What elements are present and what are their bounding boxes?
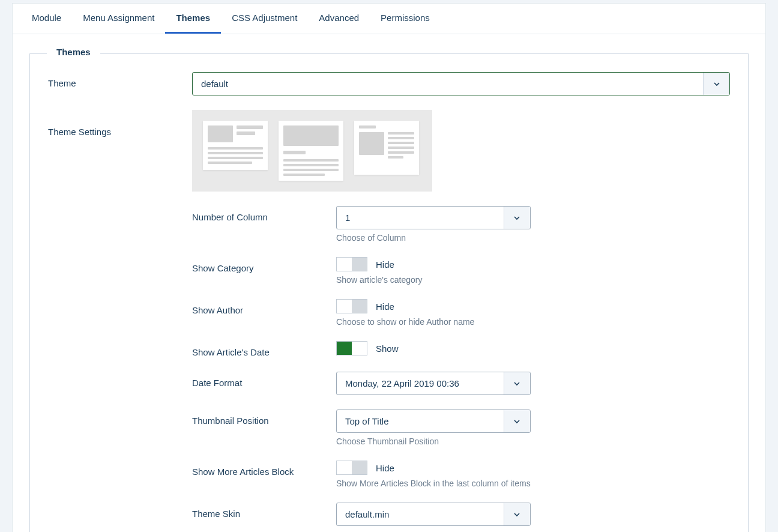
show-category-toggle[interactable] bbox=[336, 257, 367, 271]
chevron-down-icon bbox=[504, 372, 530, 394]
theme-skin-label: Theme Skin bbox=[192, 503, 336, 519]
show-date-state: Show bbox=[376, 343, 399, 354]
thumb-pos-value: Top of Title bbox=[337, 410, 504, 432]
tab-themes[interactable]: Themes bbox=[165, 4, 221, 34]
theme-skin-select[interactable]: default.min bbox=[336, 503, 531, 526]
show-author-state: Hide bbox=[376, 301, 394, 312]
show-category-label: Show Category bbox=[192, 257, 336, 273]
show-date-toggle[interactable] bbox=[336, 341, 367, 355]
theme-skin-value: default.min bbox=[337, 503, 504, 525]
show-more-toggle[interactable] bbox=[336, 461, 367, 475]
layout-preview-3[interactable] bbox=[354, 121, 419, 175]
settings-panel: Module Menu Assignment Themes CSS Adjust… bbox=[12, 3, 766, 532]
num-column-label: Number of Column bbox=[192, 206, 336, 222]
date-format-select[interactable]: Monday, 22 April 2019 00:36 bbox=[336, 372, 531, 395]
date-format-value: Monday, 22 April 2019 00:36 bbox=[337, 372, 504, 394]
show-author-label: Show Author bbox=[192, 299, 336, 315]
tabs-bar: Module Menu Assignment Themes CSS Adjust… bbox=[13, 4, 765, 34]
tab-module[interactable]: Module bbox=[21, 4, 72, 34]
layout-preview-2[interactable] bbox=[279, 121, 343, 181]
tab-menu-assignment[interactable]: Menu Assignment bbox=[72, 4, 165, 34]
chevron-down-icon bbox=[703, 73, 729, 95]
thumb-pos-label: Thumbnail Position bbox=[192, 410, 336, 426]
show-category-helper: Show article's category bbox=[336, 275, 531, 285]
thumb-pos-select[interactable]: Top of Title bbox=[336, 410, 531, 433]
theme-previews bbox=[192, 110, 432, 192]
tab-advanced[interactable]: Advanced bbox=[308, 4, 370, 34]
thumb-pos-helper: Choose Thumbnail Position bbox=[336, 437, 531, 446]
themes-fieldset: Themes Theme default Theme Settings bbox=[29, 53, 749, 532]
chevron-down-icon bbox=[504, 410, 530, 432]
tab-css-adjustment[interactable]: CSS Adjustment bbox=[221, 4, 308, 34]
theme-select-value: default bbox=[193, 73, 703, 95]
chevron-down-icon bbox=[504, 503, 530, 525]
num-column-select[interactable]: 1 bbox=[336, 206, 531, 229]
theme-settings-label: Theme Settings bbox=[48, 110, 192, 526]
layout-preview-1[interactable] bbox=[203, 121, 268, 170]
num-column-helper: Choose of Column bbox=[336, 233, 531, 243]
tab-permissions[interactable]: Permissions bbox=[370, 4, 441, 34]
show-date-label: Show Article's Date bbox=[192, 341, 336, 357]
show-author-helper: Choose to show or hide Author name bbox=[336, 317, 531, 327]
show-more-state: Hide bbox=[376, 463, 394, 473]
num-column-value: 1 bbox=[337, 207, 504, 229]
fieldset-legend: Themes bbox=[47, 47, 100, 57]
show-category-state: Hide bbox=[376, 259, 394, 270]
chevron-down-icon bbox=[504, 207, 530, 229]
show-more-label: Show More Articles Block bbox=[192, 461, 336, 477]
show-author-toggle[interactable] bbox=[336, 299, 367, 313]
theme-select[interactable]: default bbox=[192, 72, 730, 95]
date-format-label: Date Format bbox=[192, 372, 336, 388]
tab-content: Themes Theme default Theme Settings bbox=[13, 34, 765, 532]
theme-label: Theme bbox=[48, 72, 192, 88]
show-more-helper: Show More Articles Block in the last col… bbox=[336, 479, 531, 488]
